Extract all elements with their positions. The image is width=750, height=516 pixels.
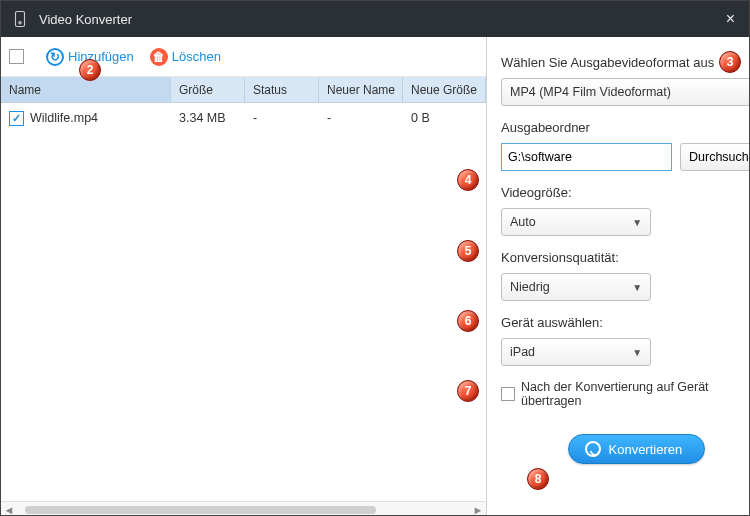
cell-name: Wildlife.mp4	[30, 111, 98, 125]
output-format-label: Wählen Sie Ausgabevideoformat aus	[501, 55, 750, 70]
toolbar: ↻ Hinzufügen 🗑 Löschen	[1, 37, 486, 77]
window-title: Video Konverter	[39, 12, 722, 27]
output-format-value: MP4 (MP4 Film Videoformat)	[510, 85, 671, 99]
col-newname[interactable]: Neuer Name	[319, 77, 403, 103]
trash-icon: 🗑	[150, 48, 168, 66]
output-format-select[interactable]: MP4 (MP4 Film Videoformat) ▼	[501, 78, 750, 106]
video-size-label: Videogröße:	[501, 185, 750, 200]
select-all-checkbox[interactable]	[9, 49, 24, 64]
device-select[interactable]: iPad ▼	[501, 338, 651, 366]
table-empty-area	[1, 133, 486, 501]
delete-label: Löschen	[172, 49, 221, 64]
chevron-down-icon: ▼	[632, 347, 642, 358]
transfer-label: Nach der Konvertierung auf Gerät übertra…	[521, 380, 750, 408]
quality-label: Konversionsquatität:	[501, 250, 750, 265]
convert-label: Konvertieren	[609, 442, 683, 457]
left-pane: ↻ Hinzufügen 🗑 Löschen Name Größe Status…	[1, 37, 487, 516]
device-value: iPad	[510, 345, 535, 359]
row-checkbox[interactable]: ✓	[9, 111, 24, 126]
add-button[interactable]: ↻ Hinzufügen	[40, 44, 140, 70]
delete-button[interactable]: 🗑 Löschen	[144, 44, 227, 70]
cell-newsize: 0 B	[403, 111, 486, 125]
chevron-down-icon: ▼	[632, 282, 642, 293]
col-size[interactable]: Größe	[171, 77, 245, 103]
scroll-thumb[interactable]	[25, 506, 376, 514]
browse-button[interactable]: Durchsuchen	[680, 143, 750, 171]
cell-size: 3.34 MB	[171, 111, 245, 125]
quality-value: Niedrig	[510, 280, 550, 294]
horizontal-scrollbar[interactable]: ◄ ►	[1, 501, 486, 516]
table-row[interactable]: ✓ Wildlife.mp4 3.34 MB - - 0 B	[1, 103, 486, 133]
scroll-left-icon[interactable]: ◄	[1, 504, 17, 516]
scroll-right-icon[interactable]: ►	[470, 504, 486, 516]
svg-point-1	[19, 22, 21, 24]
cell-status: -	[245, 111, 319, 125]
right-pane: Wählen Sie Ausgabevideoformat aus MP4 (M…	[487, 37, 750, 516]
main: ↻ Hinzufügen 🗑 Löschen Name Größe Status…	[1, 37, 749, 516]
output-folder-input[interactable]	[501, 143, 672, 171]
col-name[interactable]: Name	[1, 77, 171, 103]
add-icon: ↻	[46, 48, 64, 66]
device-label: Gerät auswählen:	[501, 315, 750, 330]
transfer-after-convert-option[interactable]: Nach der Konvertierung auf Gerät übertra…	[501, 380, 750, 408]
titlebar: Video Konverter ×	[1, 1, 749, 37]
convert-button[interactable]: Konvertieren	[568, 434, 706, 464]
app-icon	[11, 10, 29, 28]
video-size-select[interactable]: Auto ▼	[501, 208, 651, 236]
col-status[interactable]: Status	[245, 77, 319, 103]
col-newsize[interactable]: Neue Größe	[403, 77, 486, 103]
chevron-down-icon: ▼	[632, 217, 642, 228]
table-header: Name Größe Status Neuer Name Neue Größe	[1, 77, 486, 103]
convert-icon	[585, 441, 601, 457]
add-label: Hinzufügen	[68, 49, 134, 64]
cell-newname: -	[319, 111, 403, 125]
transfer-checkbox[interactable]	[501, 387, 515, 401]
video-size-value: Auto	[510, 215, 536, 229]
quality-select[interactable]: Niedrig ▼	[501, 273, 651, 301]
close-icon[interactable]: ×	[722, 10, 739, 28]
output-folder-label: Ausgabeordner	[501, 120, 750, 135]
